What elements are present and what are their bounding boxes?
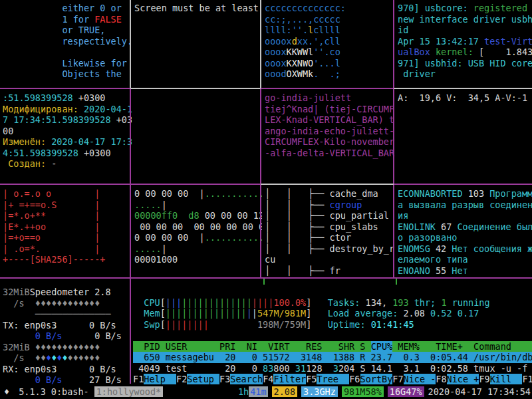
pane-border-junction <box>263 279 265 285</box>
text-segment: cccccccccccccc: <box>265 3 346 13</box>
text-segment: [ <box>160 297 166 308</box>
window-tab-hollywood[interactable]: 1:hollywood* <box>94 386 164 398</box>
text-segment: │ │ ├── fr <box>265 265 340 276</box>
text-segment: 100.0% <box>273 297 306 308</box>
pane-voltage-readout[interactable]: A: 19,6 V: 34,5 A-V:-1 <box>395 90 532 186</box>
terminal-line: cc:;,...,ccccc <box>265 14 395 25</box>
text-segment: | <box>162 200 167 210</box>
text-segment: [ <box>160 308 166 319</box>
pane-tree-listing[interactable]: │ │ ├── cache_dma│ │ ├── cgroup│ │ ├── c… <box>262 186 395 279</box>
text-segment: Mem <box>144 308 160 319</box>
fkey-button[interactable]: Setup <box>187 374 219 384</box>
pane-empty[interactable] <box>132 90 262 186</box>
terminal-line: ooooxdxx.',cll <box>265 36 395 47</box>
fkey-button[interactable]: Filter <box>273 374 306 384</box>
terminal-line: │ │ ├── destroy_by_r <box>265 243 395 255</box>
pane-htop[interactable]: CPU[||||||||||||||||||||100.0%] Tasks: 1… <box>132 279 532 392</box>
text-segment: A: 19,6 V: 34,5 A-V:-1 <box>398 92 527 103</box>
text-segment: 31 <box>295 363 306 374</box>
pane-doc-text[interactable]: either 0 or 1 for FALSE or TRUE, respect… <box>0 0 132 90</box>
fkey-button[interactable]: Help <box>144 374 176 384</box>
text-segment: Apr 15 13:42:17 <box>398 36 484 47</box>
text-segment: |||| <box>252 297 274 308</box>
text-segment: id <box>398 25 408 35</box>
window-tab-bash[interactable]: 0:bash- <box>51 386 89 398</box>
text-segment: 00 00 00 00 00 00 00 0 <box>134 221 262 232</box>
text-segment: 4:51.598399528 <box>3 148 84 158</box>
text-segment: tiej^Knad| (tiej-CIRCUMF <box>265 104 394 114</box>
text-segment: ] <box>306 319 328 330</box>
fkey-button[interactable]: Nice + <box>447 374 479 384</box>
terminal-line: 4:51.598399528 +0300 <box>3 148 132 159</box>
pane-phonetic-text[interactable]: go-india-julietttiej^Knad| (tiej-CIRCUMF… <box>262 90 395 186</box>
terminal-line: PID USER PRI NI VIRT RES SHR S CPU% MEM%… <box>133 341 532 352</box>
text-segment: CPU% <box>371 341 393 352</box>
text-segment: PID USER PRI NI VIRT RES SHR S <box>133 341 371 352</box>
text-segment: а вызвала разрыв соединен <box>398 200 532 210</box>
text-segment: /s ♦♦ <box>3 352 46 363</box>
pane-speedometer[interactable]: 32MiBSpeedometer 2.8 /s ♦♦♦♦♦♦♦♦♦♦♦♦ ───… <box>0 279 132 392</box>
pane-stat-dates[interactable]: :51.598399528 +0300Модифицирован: 2020-0… <box>0 90 132 186</box>
text-segment: ooox <box>265 47 287 57</box>
terminal-line: |=*.o+** | <box>3 210 132 221</box>
fkey-button[interactable]: Tree <box>317 374 349 384</box>
text-segment: | .o=*. | <box>3 243 100 254</box>
text-segment: ] <box>306 308 328 319</box>
text-segment: ENOLINK <box>398 221 441 232</box>
text-segment: 650 messagebu 20 0 51572 3148 1388 R 23.… <box>133 352 532 362</box>
text-segment: go-india-juliett <box>265 92 351 103</box>
text-segment: 42 <box>436 243 452 254</box>
pane-ascii-logo[interactable]: cccccccccccccc:cc:;,...,cccccllll:''.lcl… <box>262 0 395 90</box>
status-load-badge: 2.08 <box>272 386 298 398</box>
status-memory-badge: 981M58% <box>342 386 384 398</box>
status-cpufreq-badge: 3.3GHz <box>301 386 338 398</box>
fkey-button[interactable]: SortBy <box>360 374 393 384</box>
text-segment: 2020-04-1 <box>84 104 132 114</box>
text-segment: | <box>247 308 252 319</box>
text-segment: 0.17 <box>458 308 479 319</box>
text-segment: о разорвано <box>398 232 457 243</box>
text-segment: Изменён: <box>3 136 51 147</box>
text-segment: ENOANO <box>398 265 436 276</box>
text-segment: Speedometer 2.8 <box>30 287 111 297</box>
pane-border <box>394 184 532 185</box>
text-segment: |=+o==o | <box>3 232 100 243</box>
text-segment: kernel: <box>436 47 479 57</box>
text-segment: 971] usbhid: USB HID core <box>398 58 532 68</box>
pane-ssh-randomart[interactable]: | o.=.o o ||+ =+==o.S ||=*.o+** ||E*.++o… <box>0 186 132 279</box>
pane-hexdump[interactable]: 0 00 00 00 |................|00000ff0 d8… <box>132 186 262 279</box>
text-segment: Objects the <box>3 68 122 79</box>
terminal-line: oooxKXNWO'...l <box>265 58 395 69</box>
terminal-line: │ │ ├── cgroup <box>265 200 395 211</box>
pane-syslog[interactable]: 970] usbcore: registerednew interface dr… <box>395 0 532 90</box>
fkey-button[interactable]: Kill <box>490 374 523 384</box>
terminal-line: |+ =+==o.S | <box>3 200 132 211</box>
terminal-line: ualBox kernel: [ 1.843 <box>398 47 532 58</box>
pane-screen-message[interactable]: Screen must be at least <box>132 0 262 90</box>
text-segment <box>133 308 144 319</box>
pane-errno-list[interactable]: ECONNABORTED 103 Программа вызвала разры… <box>395 186 532 279</box>
fkey-button[interactable]: Nice - <box>404 374 436 384</box>
text-segment: 0 B/s <box>3 331 62 341</box>
text-segment: 2020-04-17 17:3 <box>51 136 132 147</box>
terminal-line: /s ♦♦♦♦♦♦♦♦♦♦♦♦ <box>3 352 132 364</box>
terminal-line: A: 19,6 V: 34,5 A-V:-1 <box>398 92 532 104</box>
terminal-line: .....| <box>134 200 262 211</box>
text-segment: 83 <box>263 363 273 374</box>
fkey-button[interactable]: Search <box>230 374 263 384</box>
terminal-line: 00001000 <box>134 254 262 265</box>
terminal-line: /s ♦♦♦♦♦♦♦♦♦♦♦♦ <box>3 298 132 309</box>
text-segment <box>133 297 144 308</box>
terminal-line: |=+o==o | <box>3 232 132 243</box>
text-segment: Screen must be at least <box>134 3 259 13</box>
text-segment: │ │ ├── cache_dma <box>265 188 378 199</box>
text-segment: respectively. <box>3 36 132 47</box>
terminal-line: ooodOXWMk. .; <box>265 68 395 80</box>
text-segment: TX: enp0s3 0 B/s <box>3 320 116 331</box>
pane-border <box>0 277 532 279</box>
text-segment: cu <box>265 254 275 265</box>
text-segment: OXWMk <box>287 68 314 79</box>
terminal-line: cccccccccccccc: <box>265 3 395 14</box>
terminal-line: Likewise for <box>3 58 132 69</box>
text-segment: 1 for <box>3 14 94 25</box>
